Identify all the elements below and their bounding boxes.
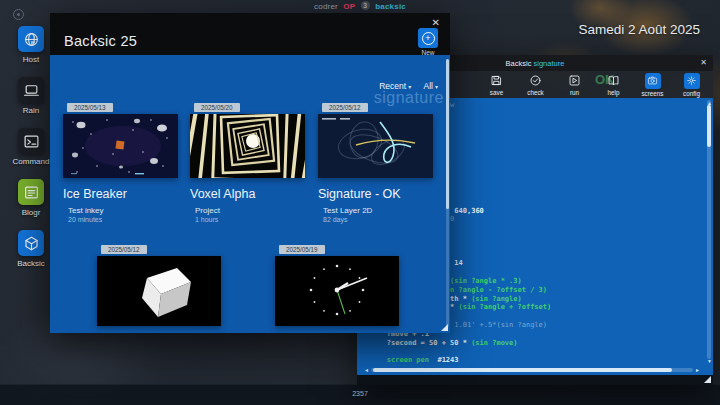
vertical-scrollbar[interactable] bbox=[707, 100, 711, 359]
app-name: backsic bbox=[375, 2, 406, 11]
vertical-scroll-thumb[interactable] bbox=[707, 105, 711, 147]
filter-all[interactable]: All▾ bbox=[424, 81, 438, 91]
project-tile[interactable]: 2025/05/12 bbox=[97, 238, 221, 326]
horizontal-scroll-thumb[interactable] bbox=[373, 368, 672, 372]
blog-icon bbox=[18, 179, 44, 205]
save-icon bbox=[489, 73, 504, 88]
window-titlebar: Backsic 25 ✕ + New bbox=[50, 13, 450, 55]
help-button[interactable]: help bbox=[594, 71, 633, 98]
check-icon bbox=[528, 73, 543, 88]
count-badge: 3 bbox=[361, 1, 370, 10]
desktop-date: Samedi 2 Août 2025 bbox=[578, 22, 700, 37]
new-project-button[interactable]: + bbox=[418, 28, 438, 48]
sidebar-item-label: Backsic bbox=[8, 259, 54, 268]
filter-bar: Recent▾ All▾ bbox=[369, 81, 438, 91]
sidebar-item-blogr[interactable]: Blogr bbox=[8, 179, 54, 217]
toolbar-buttons: savecheckrunhelpscreensconfig bbox=[477, 71, 711, 98]
tile-title: Ice Breaker bbox=[63, 187, 178, 201]
sidebar: HostRainCommandBlogrBacksic bbox=[8, 26, 54, 281]
sidebar-item-host[interactable]: Host bbox=[8, 26, 54, 64]
screens-button[interactable]: screens bbox=[633, 71, 672, 98]
horizontal-scrollbar[interactable] bbox=[371, 368, 693, 372]
tile-date-badge: 2025/05/19 bbox=[279, 245, 325, 254]
tile-title: Signature - OK bbox=[318, 187, 433, 201]
close-icon[interactable]: ✕ bbox=[700, 58, 707, 67]
laptop-icon bbox=[18, 77, 44, 103]
tile-subtitle: Project bbox=[195, 206, 305, 215]
tile-thumbnail-clock bbox=[275, 256, 399, 326]
scroll-down-icon[interactable]: ▼ bbox=[707, 359, 712, 364]
code-panel-title-accent: signature bbox=[534, 59, 565, 68]
globe-icon bbox=[18, 26, 44, 52]
tile-meta: 1 hours bbox=[195, 216, 305, 223]
run-icon bbox=[567, 73, 582, 88]
tile-thumbnail-space bbox=[63, 114, 178, 178]
save-button[interactable]: save bbox=[477, 71, 516, 98]
close-icon[interactable]: ✕ bbox=[432, 17, 440, 28]
project-grid: signature Recent▾ All▾ 2025/05/13Ice Bre… bbox=[50, 55, 450, 333]
filter-recent[interactable]: Recent▾ bbox=[379, 81, 411, 91]
config-button[interactable]: config bbox=[672, 71, 711, 98]
help-icon bbox=[606, 73, 621, 88]
cube-icon bbox=[18, 230, 44, 256]
project-tile[interactable]: 2025/05/19 bbox=[275, 238, 399, 326]
project-tile[interactable]: 2025/05/12Signature - OKTest Layer 2D82 … bbox=[318, 96, 433, 223]
sidebar-item-label: Blogr bbox=[8, 208, 54, 217]
tile-meta: 82 days bbox=[323, 216, 433, 223]
code-panel-bottom-strip bbox=[357, 375, 713, 385]
toolbar-button-label: config bbox=[683, 90, 700, 97]
code-line: ?second = 50 + 50 * (sin ?move) bbox=[370, 339, 701, 348]
tile-thumbnail-cube bbox=[97, 256, 221, 326]
resize-grip-icon[interactable] bbox=[704, 376, 711, 383]
tile-date-badge: 2025/05/13 bbox=[67, 103, 113, 112]
project-browser-window: Backsic 25 ✕ + New signature Recent▾ All… bbox=[50, 13, 450, 333]
sidebar-item-label: Host bbox=[8, 55, 54, 64]
scroll-left-icon[interactable]: ◄ bbox=[364, 368, 369, 373]
tile-subtitle: Test inkey bbox=[68, 206, 178, 215]
tile-subtitle: Test Layer 2D bbox=[323, 206, 433, 215]
chevron-down-icon: ▾ bbox=[408, 84, 411, 90]
user-strip: codrer OP 3 backsic bbox=[0, 1, 720, 11]
project-tile[interactable]: 2025/05/13Ice BreakerTest inkey20 minute… bbox=[63, 96, 178, 223]
taskbar-clock[interactable]: 2357 bbox=[0, 390, 720, 397]
op-badge: OP bbox=[343, 2, 355, 11]
tile-thumbnail-voxel bbox=[190, 114, 305, 178]
toolbar-button-label: screens bbox=[641, 90, 663, 97]
plus-icon: + bbox=[422, 32, 435, 45]
project-tile[interactable]: 2025/05/20Voxel AlphaProject1 hours bbox=[190, 96, 305, 223]
sidebar-item-command[interactable]: Command bbox=[8, 128, 54, 166]
window-title: Backsic 25 bbox=[64, 33, 137, 49]
code-line: screen pen #1243 bbox=[370, 356, 701, 365]
sidebar-item-label: Rain bbox=[8, 106, 54, 115]
tile-thumbnail-signature bbox=[318, 114, 433, 178]
tile-date-badge: 2025/05/12 bbox=[101, 245, 147, 254]
toolbar-button-label: run bbox=[570, 89, 579, 96]
toolbar-button-label: help bbox=[608, 89, 620, 96]
sidebar-item-label: Command bbox=[8, 157, 54, 166]
toolbar-button-label: check bbox=[527, 89, 543, 96]
vertical-scroll-thumb[interactable] bbox=[446, 59, 449, 209]
chevron-down-icon: ▾ bbox=[435, 84, 438, 90]
taskbar: 2357 bbox=[0, 384, 720, 405]
user-name: codrer bbox=[314, 2, 338, 11]
terminal-icon bbox=[18, 128, 44, 154]
sidebar-item-backsic[interactable]: Backsic bbox=[8, 230, 54, 268]
code-line bbox=[370, 347, 701, 356]
screens-icon bbox=[645, 73, 661, 89]
tile-title: Voxel Alpha bbox=[190, 187, 305, 201]
resize-grip-icon[interactable] bbox=[441, 324, 448, 331]
vertical-scrollbar[interactable] bbox=[446, 59, 449, 327]
sidebar-item-rain[interactable]: Rain bbox=[8, 77, 54, 115]
toolbar-button-label: save bbox=[490, 89, 503, 96]
scroll-right-icon[interactable]: ► bbox=[695, 368, 700, 373]
tile-date-badge: 2025/05/20 bbox=[194, 103, 240, 112]
check-button[interactable]: check bbox=[516, 71, 555, 98]
tile-meta: 20 minutes bbox=[68, 216, 178, 223]
tile-date-badge: 2025/05/12 bbox=[322, 103, 368, 112]
config-icon bbox=[684, 73, 700, 89]
run-button[interactable]: run bbox=[555, 71, 594, 98]
